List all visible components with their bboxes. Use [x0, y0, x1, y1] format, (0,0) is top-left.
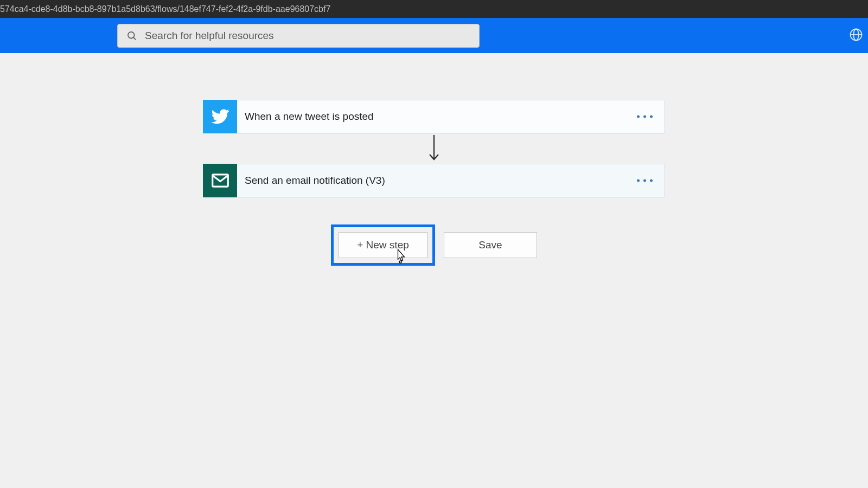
- step-menu-button[interactable]: [637, 115, 653, 118]
- app-header: [0, 18, 868, 53]
- search-input[interactable]: [145, 30, 470, 42]
- arrow-down-icon[interactable]: [426, 133, 442, 164]
- action-step[interactable]: Send an email notification (V3): [203, 164, 665, 197]
- search-box[interactable]: [117, 24, 480, 48]
- new-step-label: + New step: [357, 239, 409, 251]
- twitter-icon: [203, 100, 237, 133]
- save-button[interactable]: Save: [444, 232, 537, 258]
- trigger-title: When a new tweet is posted: [245, 111, 374, 123]
- step-menu-button[interactable]: [637, 179, 653, 182]
- new-step-button[interactable]: + New step: [339, 232, 427, 258]
- environment-icon[interactable]: [848, 27, 864, 44]
- new-step-highlight: + New step: [331, 224, 435, 266]
- save-label: Save: [478, 239, 502, 251]
- action-title: Send an email notification (V3): [245, 175, 385, 187]
- svg-point-7: [399, 261, 401, 263]
- address-url: 574ca4-cde8-4d8b-bcb8-897b1a5d8b63/flows…: [0, 4, 330, 14]
- mail-icon: [203, 164, 237, 197]
- button-row: + New step Save: [331, 224, 537, 266]
- svg-line-1: [133, 37, 136, 40]
- search-icon: [126, 30, 137, 41]
- svg-point-0: [128, 31, 135, 38]
- browser-address-bar[interactable]: 574ca4-cde8-4d8b-bcb8-897b1a5d8b63/flows…: [0, 0, 868, 18]
- flow-canvas: When a new tweet is posted Send an email…: [0, 53, 868, 266]
- trigger-step[interactable]: When a new tweet is posted: [203, 100, 665, 133]
